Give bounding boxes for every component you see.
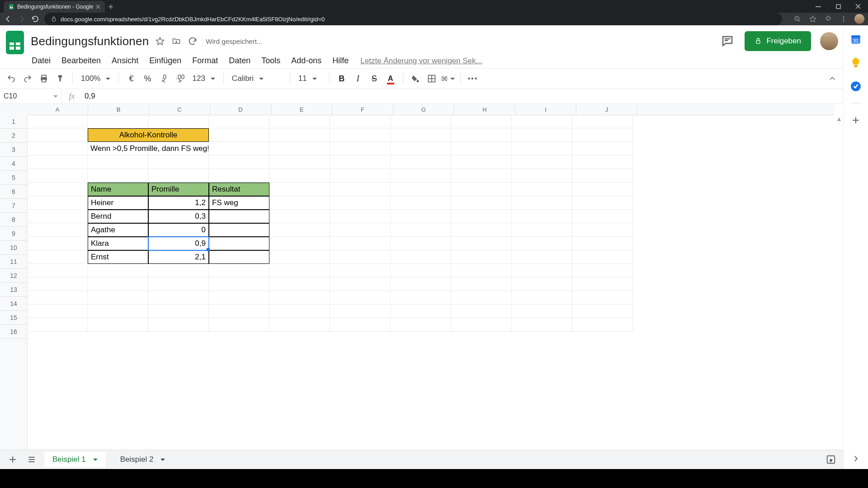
comments-icon[interactable] xyxy=(719,33,736,49)
sheet-tab[interactable]: Beispiel 2 xyxy=(112,452,174,467)
scroll-up-icon[interactable]: ▴ xyxy=(835,115,843,122)
row-header[interactable]: 6 xyxy=(0,185,27,199)
select-all-corner[interactable] xyxy=(0,104,28,115)
hide-side-panel-button[interactable] xyxy=(845,448,866,469)
text-color-button[interactable]: A xyxy=(384,72,397,85)
italic-button[interactable]: I xyxy=(351,72,365,85)
address-bar[interactable]: docs.google.com/spreadsheets/d/1vg2RcdzD… xyxy=(44,13,782,25)
star-icon[interactable] xyxy=(155,36,165,46)
doc-title[interactable]: Bedingungsfunktionen xyxy=(31,34,149,48)
cell-promille[interactable]: 1,2 xyxy=(148,196,209,210)
cell-title-merged[interactable]: Alkohol-Kontrolle xyxy=(88,128,209,142)
cell-name[interactable]: Klara xyxy=(88,237,148,250)
menu-help[interactable]: Hilfe xyxy=(332,56,349,66)
col-header-F[interactable]: F xyxy=(332,104,393,115)
paint-format-button[interactable] xyxy=(53,72,67,85)
borders-button[interactable] xyxy=(425,72,439,85)
row-header[interactable]: 5 xyxy=(0,171,27,185)
browser-tab-active[interactable]: Bedingungsfunktionen - Google xyxy=(4,1,105,13)
tasks-icon[interactable] xyxy=(849,80,863,93)
row-header[interactable]: 4 xyxy=(0,157,27,171)
cell-result[interactable] xyxy=(209,250,269,264)
nav-reload-button[interactable] xyxy=(31,14,40,23)
nav-back-button[interactable] xyxy=(4,14,13,23)
cell-result[interactable] xyxy=(209,210,269,223)
increase-decimal-button[interactable]: .00 xyxy=(173,72,187,85)
col-header-G[interactable]: G xyxy=(393,104,454,115)
col-header-J[interactable]: J xyxy=(576,104,637,115)
name-box[interactable]: C10 xyxy=(0,89,62,103)
all-sheets-button[interactable] xyxy=(25,453,38,466)
cloud-sync-icon[interactable] xyxy=(188,36,198,46)
zoom-select[interactable]: 100% xyxy=(78,74,113,83)
cell-result[interactable]: FS weg xyxy=(209,196,269,210)
cell-name[interactable]: Bernd xyxy=(88,210,148,223)
cell-result[interactable] xyxy=(209,223,269,237)
row-header[interactable]: 11 xyxy=(0,255,27,269)
toolbar-more-button[interactable]: ••• xyxy=(466,72,480,85)
menu-file[interactable]: Datei xyxy=(32,56,51,66)
format-currency-button[interactable]: € xyxy=(124,72,138,85)
col-header-B[interactable]: B xyxy=(88,104,149,115)
formula-input[interactable]: 0,9 xyxy=(82,92,844,101)
calendar-icon[interactable]: 31 xyxy=(849,33,863,46)
cell-promille[interactable]: 0 xyxy=(148,223,209,237)
font-size-select[interactable]: 11 xyxy=(296,74,324,83)
sheet-tab-menu-icon[interactable] xyxy=(90,457,98,462)
keep-icon[interactable] xyxy=(849,56,863,70)
cell-promille[interactable]: 2,1 xyxy=(148,250,209,264)
col-header-C[interactable]: C xyxy=(149,104,210,115)
fill-color-button[interactable] xyxy=(409,72,422,85)
print-button[interactable] xyxy=(37,72,51,85)
font-family-select[interactable]: Calibri xyxy=(229,74,284,83)
row-header[interactable]: 14 xyxy=(0,297,27,311)
strikethrough-button[interactable]: S xyxy=(368,72,381,85)
explore-button[interactable] xyxy=(825,453,837,466)
sheets-logo-icon[interactable] xyxy=(5,31,24,54)
cell-promille[interactable]: 0,3 xyxy=(148,210,209,223)
row-header[interactable]: 8 xyxy=(0,213,27,227)
cell-name[interactable]: Ernst xyxy=(88,250,148,264)
extensions-icon[interactable] xyxy=(824,14,833,23)
row-header[interactable]: 1 xyxy=(0,115,27,129)
table-header-result[interactable]: Resultat xyxy=(209,183,269,196)
row-header[interactable]: 2 xyxy=(0,129,27,143)
cell-result[interactable] xyxy=(209,237,269,250)
row-header[interactable]: 15 xyxy=(0,311,27,325)
row-header[interactable]: 10 xyxy=(0,241,27,255)
vertical-scrollbar[interactable]: ▴ ▾ xyxy=(835,115,843,461)
menu-view[interactable]: Ansicht xyxy=(112,56,138,66)
zoom-indicator-icon[interactable] xyxy=(793,14,802,23)
window-maximize-button[interactable] xyxy=(828,0,848,13)
table-header-name[interactable]: Name xyxy=(88,183,148,196)
window-minimize-button[interactable] xyxy=(808,0,828,13)
merge-cells-button[interactable] xyxy=(441,72,455,85)
cell-rule-text[interactable]: Wenn >0,5 Promille, dann FS weg! xyxy=(88,142,148,155)
last-edit-link[interactable]: Letzte Änderung vor wenigen Sek... xyxy=(360,56,482,66)
row-header[interactable]: 9 xyxy=(0,227,27,241)
account-avatar[interactable] xyxy=(820,32,838,50)
cell-promille-selected[interactable]: 0,9 xyxy=(148,237,209,250)
move-folder-icon[interactable] xyxy=(171,36,181,46)
row-header[interactable]: 3 xyxy=(0,143,27,157)
addons-plus-icon[interactable] xyxy=(849,113,863,127)
menu-edit[interactable]: Bearbeiten xyxy=(61,56,101,66)
row-header[interactable]: 13 xyxy=(0,283,27,297)
format-percent-button[interactable]: % xyxy=(141,72,154,85)
site-info-icon[interactable] xyxy=(51,16,57,22)
nav-forward-button[interactable] xyxy=(17,14,26,23)
menu-insert[interactable]: Einfügen xyxy=(149,56,181,66)
redo-button[interactable] xyxy=(21,72,34,85)
sheet-tab-active[interactable]: Beispiel 1 xyxy=(44,452,106,467)
bold-button[interactable]: B xyxy=(335,72,349,85)
bookmark-star-icon[interactable] xyxy=(808,14,817,23)
share-button[interactable]: Freigeben xyxy=(745,31,811,51)
col-header-I[interactable]: I xyxy=(515,104,576,115)
add-sheet-button[interactable] xyxy=(6,453,19,466)
undo-button[interactable] xyxy=(5,72,18,85)
spreadsheet-grid[interactable]: A B C D E F G H I J 1 2 3 4 5 6 7 8 9 10… xyxy=(0,104,844,469)
sheet-tab-menu-icon[interactable] xyxy=(158,457,165,462)
col-header-A[interactable]: A xyxy=(27,104,88,115)
cell-name[interactable]: Agathe xyxy=(88,223,148,237)
col-header-D[interactable]: D xyxy=(210,104,271,115)
